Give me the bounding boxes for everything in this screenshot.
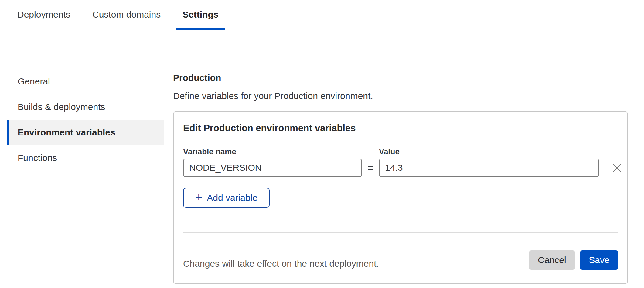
tab-custom-domains[interactable]: Custom domains [86,0,167,29]
tab-bar: Deployments Custom domains Settings [6,0,637,29]
edit-variables-card: Edit Production environment variables Va… [173,111,628,284]
variable-name-input[interactable] [183,159,362,177]
cancel-button[interactable]: Cancel [529,250,575,270]
sidebar-item-builds-deployments[interactable]: Builds & deployments [7,94,164,120]
sidebar-item-general[interactable]: General [7,69,164,94]
settings-sidebar: General Builds & deployments Environment… [7,69,164,171]
variable-value-input[interactable] [379,159,599,177]
page-description: Define variables for your Production env… [173,91,373,101]
tab-settings[interactable]: Settings [176,0,225,29]
value-label: Value [379,147,400,156]
sidebar-item-environment-variables[interactable]: Environment variables [7,120,164,145]
card-title: Edit Production environment variables [183,123,356,134]
page-title: Production [173,72,221,83]
footer-note: Changes will take effect on the next dep… [183,258,379,269]
add-variable-button[interactable]: + Add variable [183,188,270,208]
plus-icon: + [195,191,202,203]
close-icon [612,163,622,173]
page: Deployments Custom domains Settings Gene… [0,0,644,288]
remove-variable-button[interactable] [610,161,624,175]
sidebar-item-functions[interactable]: Functions [7,145,164,171]
tab-deployments[interactable]: Deployments [11,0,77,29]
add-variable-label: Add variable [207,193,257,203]
save-button[interactable]: Save [580,250,618,270]
variable-name-label: Variable name [183,147,236,156]
card-divider [183,232,618,233]
equals-separator: = [362,159,379,177]
